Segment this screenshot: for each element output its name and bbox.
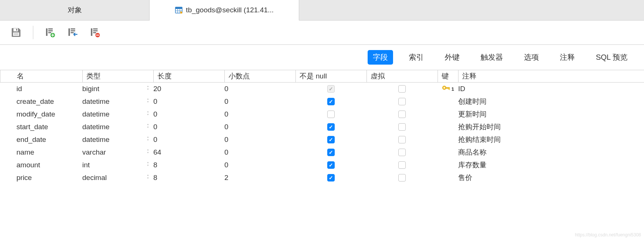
delete-field-button[interactable] xyxy=(89,27,101,38)
virtual-checkbox[interactable] xyxy=(398,161,406,169)
svg-rect-12 xyxy=(48,30,53,31)
col-header-length[interactable]: 长度 xyxy=(153,70,224,82)
cell-length[interactable]: 8 xyxy=(153,161,224,169)
add-field-button[interactable] xyxy=(45,27,56,38)
cell-comment[interactable]: 抢购开始时间 xyxy=(458,122,644,132)
table-row[interactable]: amountint˄˅80库存数量 xyxy=(0,159,644,171)
cell-decimal[interactable]: 0 xyxy=(224,97,295,106)
notnull-checkbox[interactable] xyxy=(327,85,335,93)
cell-type[interactable]: datetime xyxy=(82,123,142,131)
subtab-foreign-keys[interactable]: 外键 xyxy=(439,50,465,65)
cell-decimal[interactable]: 0 xyxy=(224,123,295,131)
cell-decimal[interactable]: 0 xyxy=(224,110,295,118)
cell-type[interactable]: datetime xyxy=(82,97,142,106)
cell-type[interactable]: decimal xyxy=(82,174,142,182)
cell-decimal[interactable]: 0 xyxy=(224,161,295,169)
cell-decimal[interactable]: 2 xyxy=(224,174,295,182)
col-header-type[interactable]: 类型 xyxy=(82,70,142,82)
cell-notnull xyxy=(295,136,367,143)
notnull-checkbox[interactable] xyxy=(327,174,335,181)
cell-length[interactable]: 0 xyxy=(153,97,224,106)
save-button[interactable] xyxy=(10,27,22,38)
virtual-checkbox[interactable] xyxy=(398,111,406,118)
subtab-fields[interactable]: 字段 xyxy=(368,50,393,65)
cell-name[interactable]: name xyxy=(0,148,82,156)
virtual-checkbox[interactable] xyxy=(398,149,406,156)
cell-type[interactable]: bigint xyxy=(82,85,142,93)
cell-name[interactable]: price xyxy=(0,174,82,182)
type-stepper[interactable]: ˄˅ xyxy=(147,175,149,180)
type-stepper[interactable]: ˄˅ xyxy=(147,162,149,168)
col-header-comment[interactable]: 注释 xyxy=(458,70,644,82)
cell-length[interactable]: 0 xyxy=(153,123,224,131)
virtual-checkbox[interactable] xyxy=(398,136,406,143)
col-header-notnull[interactable]: 不是 null xyxy=(295,70,367,82)
subtab-options[interactable]: 选项 xyxy=(519,50,544,65)
subtab-sql-preview[interactable]: SQL 预览 xyxy=(591,50,633,65)
col-header-key[interactable]: 键 xyxy=(438,70,458,82)
virtual-checkbox[interactable] xyxy=(398,123,406,131)
notnull-checkbox[interactable] xyxy=(327,136,335,143)
type-stepper[interactable]: ˄˅ xyxy=(147,112,149,117)
insert-field-button[interactable] xyxy=(67,27,78,38)
table-row[interactable]: idbigint˄˅2001ID xyxy=(0,83,644,95)
cell-name[interactable]: end_date xyxy=(0,136,82,144)
col-header-virtual[interactable]: 虚拟 xyxy=(367,70,438,82)
notnull-checkbox[interactable] xyxy=(327,149,335,156)
table-row[interactable]: modify_datedatetime˄˅00更新时间 xyxy=(0,108,644,121)
cell-type[interactable]: varchar xyxy=(82,148,142,156)
type-stepper[interactable]: ˄˅ xyxy=(147,137,149,142)
cell-comment[interactable]: 抢购结束时间 xyxy=(458,135,644,145)
table-row[interactable]: namevarchar˄˅640商品名称 xyxy=(0,146,644,159)
table-row[interactable]: start_datedatetime˄˅00抢购开始时间 xyxy=(0,121,644,133)
notnull-checkbox[interactable] xyxy=(327,123,335,131)
cell-length[interactable]: 20 xyxy=(153,85,224,93)
cell-type[interactable]: int xyxy=(82,161,142,169)
svg-rect-18 xyxy=(71,32,74,33)
cell-comment[interactable]: 库存数量 xyxy=(458,160,644,170)
notnull-checkbox[interactable] xyxy=(327,98,335,105)
cell-type[interactable]: datetime xyxy=(82,110,142,118)
svg-rect-7 xyxy=(13,32,19,36)
cell-comment[interactable]: 售价 xyxy=(458,173,644,183)
col-header-name[interactable]: 名 xyxy=(0,70,82,82)
tab-table[interactable]: tb_goods@seckill (121.41... xyxy=(150,0,299,21)
table-row[interactable]: end_datedatetime˄˅00抢购结束时间 xyxy=(0,133,644,146)
cell-comment[interactable]: 更新时间 xyxy=(458,109,644,119)
subtab-triggers[interactable]: 触发器 xyxy=(475,50,508,65)
cell-decimal[interactable]: 0 xyxy=(224,148,295,156)
virtual-checkbox[interactable] xyxy=(398,174,406,181)
cell-name[interactable]: id xyxy=(0,85,82,93)
type-stepper[interactable]: ˄˅ xyxy=(147,99,149,104)
cell-decimal[interactable]: 0 xyxy=(224,136,295,144)
subtab-comment[interactable]: 注释 xyxy=(555,50,580,65)
cell-name[interactable]: modify_date xyxy=(0,110,82,118)
cell-virtual xyxy=(367,123,438,131)
cell-comment[interactable]: 商品名称 xyxy=(458,148,644,157)
cell-comment[interactable]: ID xyxy=(458,85,644,93)
cell-decimal[interactable]: 0 xyxy=(224,85,295,93)
cell-length[interactable]: 8 xyxy=(153,174,224,182)
cell-length[interactable]: 64 xyxy=(153,148,224,156)
cell-type[interactable]: datetime xyxy=(82,136,142,144)
cell-virtual xyxy=(367,136,438,143)
virtual-checkbox[interactable] xyxy=(398,98,406,105)
notnull-checkbox[interactable] xyxy=(327,161,335,169)
cell-key[interactable]: 1 xyxy=(438,85,458,93)
table-row[interactable]: pricedecimal˄˅82售价 xyxy=(0,171,644,184)
virtual-checkbox[interactable] xyxy=(398,85,406,93)
type-stepper[interactable]: ˄˅ xyxy=(147,124,149,130)
cell-name[interactable]: create_date xyxy=(0,97,82,106)
subtab-indexes[interactable]: 索引 xyxy=(404,50,429,65)
tab-objects[interactable]: 对象 xyxy=(0,0,150,20)
col-header-decimal[interactable]: 小数点 xyxy=(224,70,295,82)
type-stepper[interactable]: ˄˅ xyxy=(147,150,149,155)
cell-name[interactable]: amount xyxy=(0,161,82,169)
cell-length[interactable]: 0 xyxy=(153,136,224,144)
type-stepper[interactable]: ˄˅ xyxy=(147,86,149,91)
cell-name[interactable]: start_date xyxy=(0,123,82,131)
cell-length[interactable]: 0 xyxy=(153,110,224,118)
notnull-checkbox[interactable] xyxy=(327,111,335,118)
table-row[interactable]: create_datedatetime˄˅00创建时间 xyxy=(0,95,644,108)
cell-comment[interactable]: 创建时间 xyxy=(458,97,644,106)
